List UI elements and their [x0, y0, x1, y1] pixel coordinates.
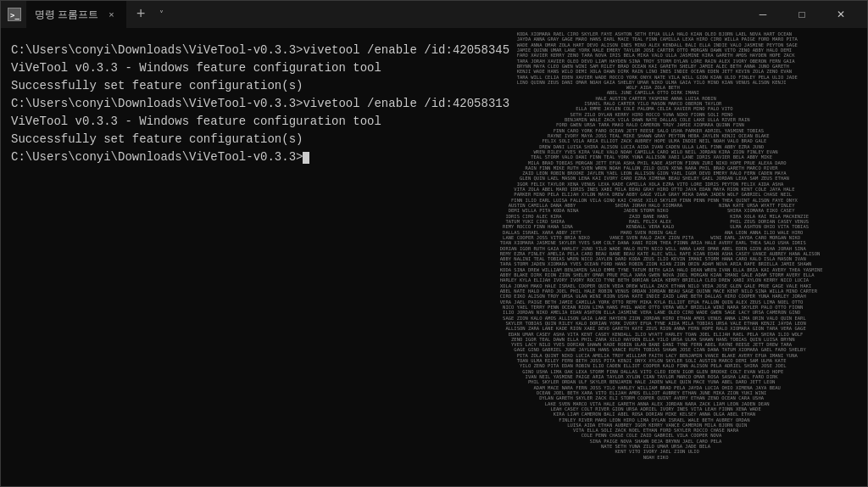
terminal-line: C:\Users\conyi\Downloads\ViVeTool-v0.3.3… — [11, 95, 857, 113]
svg-text:>_: >_ — [10, 11, 19, 20]
terminal-line: Successfully set feature configuration(s… — [11, 131, 857, 148]
content-area: KODA XIOMARA RAEL CIRO SKYLER FAYE ASHTO… — [1, 28, 867, 486]
add-tab-button[interactable]: + — [131, 6, 151, 23]
maximize-button[interactable]: □ — [782, 1, 821, 28]
title-bar: >_ 명령 프롬프트 × + ˅ ─ □ ✕ — [1, 1, 867, 28]
tab-dropdown-button[interactable]: ˅ — [156, 9, 167, 20]
cursor — [303, 152, 309, 164]
tab-label: 명령 프롬프트 — [35, 8, 98, 22]
mask-background-art: KODA XIOMARA RAEL CIRO SKYLER FAYE ASHTO… — [426, 28, 867, 486]
terminal-line: ViVeTool v0.3.3 - Windows feature config… — [11, 113, 857, 131]
minimize-button[interactable]: ─ — [743, 1, 782, 28]
close-button[interactable]: ✕ — [821, 1, 860, 28]
active-tab[interactable]: 명령 프롬프트 × — [26, 1, 126, 28]
title-bar-left: >_ 명령 프롬프트 × + ˅ — [8, 1, 737, 28]
tab-close-button[interactable]: × — [105, 8, 117, 21]
terminal-line: Successfully set feature configuration(s… — [11, 77, 857, 95]
cmd-window: >_ 명령 프롬프트 × + ˅ ─ □ ✕ KODA XIOMARA RAEL… — [0, 0, 868, 487]
terminal-output: C:\Users\conyi\Downloads\ViVeTool-v0.3.3… — [1, 28, 867, 486]
terminal-line: ViVeTool v0.3.3 - Windows feature config… — [11, 59, 857, 77]
window-controls: ─ □ ✕ — [743, 1, 860, 28]
cmd-icon: >_ — [8, 8, 21, 21]
terminal-line: C:\Users\conyi\Downloads\ViVeTool-v0.3.3… — [11, 148, 857, 166]
terminal-line: C:\Users\conyi\Downloads\ViVeTool-v0.3.3… — [11, 42, 857, 59]
